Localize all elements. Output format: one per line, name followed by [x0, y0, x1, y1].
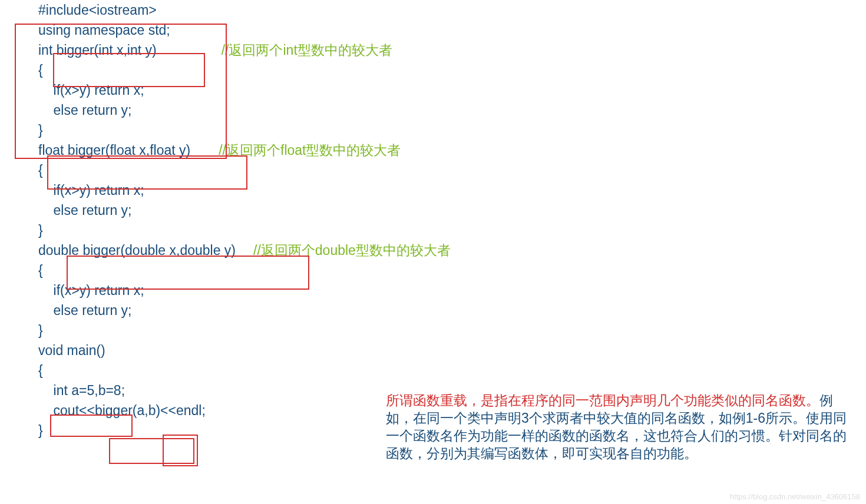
highlight-box — [47, 155, 247, 190]
highlight-box — [163, 435, 198, 466]
highlight-box — [67, 256, 309, 290]
code-line: void main() — [38, 343, 105, 358]
code-line: } — [38, 323, 43, 338]
explanation-text: 所谓函数重载，是指在程序的同一范围内声明几个功能类似的同名函数。例如，在同一个类… — [386, 392, 857, 462]
code-line: } — [38, 423, 43, 438]
highlight-box — [50, 415, 133, 437]
code-comment: //返回两个int型数中的较大者 — [222, 42, 392, 58]
code-line: { — [38, 363, 43, 378]
code-line: else return y; — [38, 303, 132, 318]
highlight-box — [15, 24, 227, 159]
highlight-box — [53, 53, 205, 87]
code-line: { — [38, 263, 43, 278]
code-line: #include<iostream> — [38, 2, 157, 18]
code-line: } — [38, 223, 43, 238]
explanation-highlight: 所谓函数重载，是指在程序的同一范围内声明几个功能类似的同名函数。 — [386, 393, 819, 408]
watermark: https://blog.csdn.net/weixin_43606158 — [730, 492, 860, 501]
code-line: else return y; — [38, 203, 132, 218]
code-line: { — [38, 163, 43, 178]
code-line: int a=5,b=8; — [38, 383, 125, 398]
